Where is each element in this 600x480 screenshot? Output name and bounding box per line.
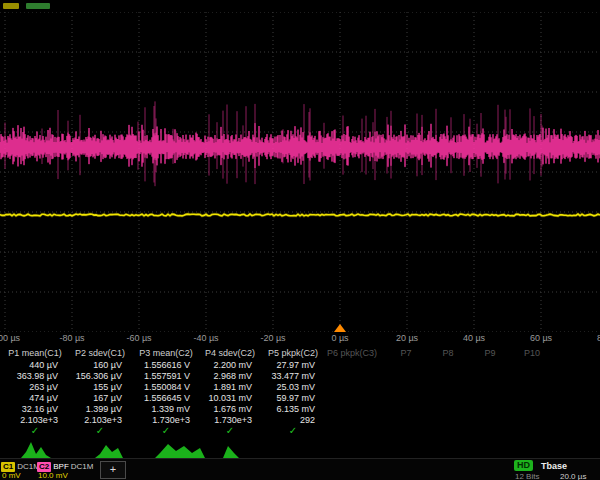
c1-vdiv-value: 10.0 mV: [38, 471, 68, 480]
status-check-icon: ✓: [29, 425, 41, 436]
c2-tag: C2: [37, 462, 51, 472]
time-axis-label: -40 µs: [176, 333, 236, 343]
c1-tag: C1: [1, 462, 15, 472]
measure-value: 167 µV: [44, 393, 122, 403]
hd-bits-label: 12 Bits: [515, 472, 539, 480]
measure-value: 160 µV: [44, 360, 122, 370]
measure-value: 33.477 mV: [237, 371, 315, 381]
measure-value: 155 µV: [44, 382, 122, 392]
status-check-icon: ✓: [94, 425, 106, 436]
status-check-icon: ✓: [224, 425, 236, 436]
status-indicator-icon: [3, 3, 19, 9]
histicon[interactable]: [21, 442, 51, 458]
time-axis-label: 80 µs: [578, 333, 600, 343]
time-axis-label: 60 µs: [511, 333, 571, 343]
measure-value: 156.306 µV: [44, 371, 122, 381]
c2-coupling: DC1M: [71, 462, 94, 471]
histicon[interactable]: [95, 445, 123, 458]
measure-value: 6.135 mV: [237, 404, 315, 414]
time-axis-label: -60 µs: [109, 333, 169, 343]
measure-value: 25.03 mV: [237, 382, 315, 392]
measure-value: 27.97 mV: [237, 360, 315, 370]
measure-header-10[interactable]: P10: [490, 348, 574, 358]
plus-icon: +: [110, 463, 116, 475]
measure-value: 292: [237, 415, 315, 425]
timebase-descriptor[interactable]: HD Tbase 12 Bits 20.0 µs: [514, 460, 600, 480]
measure-value: 59.97 mV: [237, 393, 315, 403]
status-check-icon: ✓: [160, 425, 172, 436]
tbase-value: 20.0 µs: [560, 472, 586, 480]
time-axis-label: 40 µs: [444, 333, 504, 343]
oscilloscope-screen: -100 µs-80 µs-60 µs-40 µs-20 µs0 µs20 µs…: [0, 0, 600, 480]
trigger-time-marker-icon[interactable]: [334, 324, 346, 332]
time-axis: -100 µs-80 µs-60 µs-40 µs-20 µs0 µs20 µs…: [0, 333, 600, 347]
time-axis-label: -20 µs: [243, 333, 303, 343]
time-axis-label: 20 µs: [377, 333, 437, 343]
c2-filter-label: BPF: [53, 462, 69, 471]
measure-table: P1 mean(C1)P2 sdev(C1)P3 mean(C2)P4 sdev…: [0, 347, 600, 437]
measure-value: 1.399 µV: [44, 404, 122, 414]
c1-offset-value: 0 mV: [2, 471, 21, 480]
time-axis-label: 0 µs: [310, 333, 370, 343]
histicon[interactable]: [223, 446, 239, 458]
descriptor-bar: C1 DC1M C2 BPF DC1M 0 mV 10.0 mV + HD Tb…: [0, 458, 600, 480]
hd-badge: HD: [514, 460, 533, 471]
add-trace-button[interactable]: +: [100, 461, 126, 479]
time-axis-label: -100 µs: [0, 333, 35, 343]
time-axis-label: -80 µs: [42, 333, 102, 343]
top-status-strip: [0, 0, 600, 12]
status-check-icon: ✓: [287, 425, 299, 436]
measure-value: 2.103e+3: [44, 415, 122, 425]
histicon[interactable]: [155, 444, 205, 458]
tbase-label: Tbase: [541, 461, 567, 471]
status-indicator-icon: [26, 3, 50, 9]
waveform-grid[interactable]: [0, 12, 600, 332]
measure-histicons: [0, 437, 600, 458]
